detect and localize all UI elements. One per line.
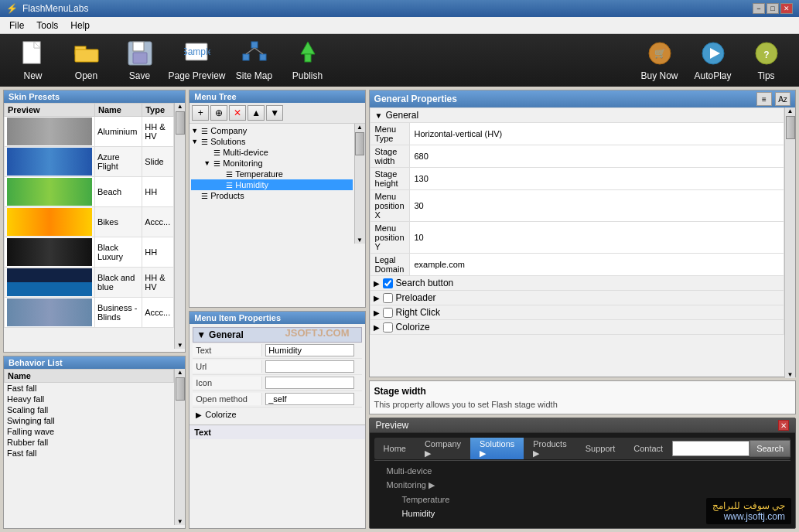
open-label: Open bbox=[75, 70, 97, 81]
new-button[interactable]: New bbox=[8, 37, 58, 84]
open-icon bbox=[73, 39, 101, 67]
gp-checkbox[interactable] bbox=[383, 293, 393, 303]
menu-tree-header: Menu Tree bbox=[190, 90, 364, 103]
menu-item-props-panel: Menu Item Properties ▼ General JSOFTJ.CO… bbox=[189, 311, 365, 529]
props-input[interactable] bbox=[265, 377, 353, 389]
skin-row[interactable]: Beach HH bbox=[5, 177, 174, 207]
gp-row: Legal Domain example.com bbox=[370, 254, 784, 276]
site-map-button[interactable]: Site Map bbox=[229, 37, 279, 84]
skin-row[interactable]: Black Luxury HH bbox=[5, 237, 174, 268]
scroll-up[interactable]: ▲ bbox=[175, 103, 185, 110]
beh-scroll-up[interactable]: ▲ bbox=[175, 369, 185, 376]
tree-scroll-thumb[interactable] bbox=[355, 132, 364, 155]
autoplay-button[interactable]: AutoPlay bbox=[688, 37, 738, 84]
svg-line-13 bbox=[246, 48, 254, 54]
close-button[interactable]: ✕ bbox=[780, 3, 793, 14]
search-button[interactable]: Search bbox=[749, 440, 790, 457]
behavior-scrollbar[interactable]: ▲ ▼ bbox=[174, 369, 185, 525]
dropdown-item[interactable]: Multi-device bbox=[374, 464, 790, 478]
behavior-list-item[interactable]: Falling wave bbox=[4, 426, 174, 437]
menu-help[interactable]: Help bbox=[64, 19, 96, 32]
gp-row-value: Horizontal-vertical (HV) bbox=[409, 123, 784, 145]
gp-list-view[interactable]: ≡ bbox=[756, 92, 772, 106]
save-button[interactable]: Save bbox=[114, 37, 165, 84]
nav-item[interactable]: Home bbox=[374, 438, 415, 459]
skin-scrollbar[interactable]: ▲ ▼ bbox=[174, 103, 185, 349]
gp-checkbox[interactable] bbox=[383, 308, 393, 318]
beh-scroll-down[interactable]: ▼ bbox=[175, 518, 185, 525]
skin-row[interactable]: Bikes Accc... bbox=[5, 207, 174, 237]
props-expand-icon[interactable]: ▼ bbox=[196, 329, 206, 340]
gp-expand-icon[interactable]: ▼ bbox=[375, 111, 383, 120]
tree-item[interactable]: ▼ ☰ Solutions bbox=[191, 136, 352, 147]
gp-expand-btn[interactable]: ▶ bbox=[374, 323, 380, 332]
tree-scroll-down[interactable]: ▼ bbox=[355, 237, 365, 244]
publish-button[interactable]: Publish bbox=[282, 37, 333, 84]
title-bar: ⚡ FlashMenuLabs − □ ✕ bbox=[0, 0, 799, 17]
tree-up-button[interactable]: ▲ bbox=[248, 105, 265, 121]
tips-button[interactable]: ? Tips bbox=[741, 37, 791, 84]
search-input[interactable] bbox=[672, 441, 749, 456]
skin-table: Preview Name Type Aluminium HH & HV Azur… bbox=[4, 103, 174, 328]
behavior-list-item[interactable]: Swinging fall bbox=[4, 415, 174, 426]
preview-close-button[interactable]: ✕ bbox=[778, 420, 789, 431]
behavior-list-item[interactable]: Heavy fall bbox=[4, 394, 174, 404]
gp-checkbox[interactable] bbox=[383, 278, 393, 288]
tree-add-button[interactable]: + bbox=[192, 105, 209, 121]
gp-scroll-up[interactable]: ▲ bbox=[785, 107, 795, 114]
gp-expand-btn[interactable]: ▶ bbox=[374, 309, 380, 317]
skin-row[interactable]: Aluminium HH & HV bbox=[5, 117, 174, 147]
buy-now-button[interactable]: 🛒 Buy Now bbox=[634, 37, 685, 84]
gp-expand-btn[interactable]: ▶ bbox=[374, 294, 380, 302]
gp-checkbox[interactable] bbox=[383, 322, 393, 332]
scroll-thumb[interactable] bbox=[176, 111, 185, 135]
title-bar-controls: − □ ✕ bbox=[753, 3, 793, 14]
tree-scroll-up[interactable]: ▲ bbox=[355, 124, 365, 131]
page-preview-button[interactable]: Sample Page Preview bbox=[168, 37, 226, 84]
nav-item[interactable]: Support bbox=[576, 438, 625, 459]
tree-item[interactable]: ☰ Temperature bbox=[191, 169, 352, 179]
tree-item[interactable]: ☰ Multi-device bbox=[191, 147, 352, 158]
skin-row[interactable]: Black and blue HH & HV bbox=[5, 268, 174, 298]
behavior-list-item[interactable]: Fast fall bbox=[4, 448, 174, 459]
gp-scroll-down[interactable]: ▼ bbox=[785, 371, 795, 378]
tree-scrollbar[interactable]: ▲ ▼ bbox=[354, 124, 365, 244]
nav-item[interactable]: Solutions ▶ bbox=[470, 438, 524, 459]
gp-expandable-row[interactable]: ▶ Right Click bbox=[370, 305, 784, 320]
gp-expandable-row[interactable]: ▶ Preloader bbox=[370, 291, 784, 305]
gp-expandable-row[interactable]: ▶ Search button bbox=[370, 276, 784, 291]
dropdown-item[interactable]: Monitoring ▶ bbox=[374, 478, 790, 493]
props-input[interactable] bbox=[265, 344, 353, 356]
tree-add-sub-button[interactable]: ⊕ bbox=[210, 105, 227, 121]
gp-scroll-thumb[interactable] bbox=[786, 116, 795, 139]
colorize-expand[interactable]: ▶ bbox=[196, 411, 202, 419]
menu-file[interactable]: File bbox=[3, 19, 30, 32]
save-icon bbox=[126, 39, 154, 67]
scroll-down[interactable]: ▼ bbox=[175, 342, 185, 349]
tree-item[interactable]: ☰ Humidity bbox=[191, 179, 352, 190]
behavior-list-item[interactable]: Fast fall bbox=[4, 383, 174, 394]
nav-item[interactable]: Products ▶ bbox=[524, 438, 575, 459]
props-input[interactable] bbox=[265, 393, 353, 405]
nav-item[interactable]: Contact bbox=[624, 438, 672, 459]
skin-row[interactable]: Azure Flight Slide bbox=[5, 147, 174, 177]
tree-down-button[interactable]: ▼ bbox=[266, 105, 283, 121]
tree-item[interactable]: ☰ Products bbox=[191, 190, 352, 201]
props-input[interactable] bbox=[265, 360, 353, 373]
open-button[interactable]: Open bbox=[61, 37, 111, 84]
tree-item[interactable]: ▼ ☰ Company bbox=[191, 125, 352, 136]
gp-scrollbar[interactable]: ▲ ▼ bbox=[784, 107, 795, 378]
minimize-button[interactable]: − bbox=[753, 3, 765, 14]
gp-expandable-row[interactable]: ▶ Colorize bbox=[370, 320, 784, 335]
gp-alpha-view[interactable]: Az bbox=[775, 92, 790, 106]
nav-item[interactable]: Company ▶ bbox=[415, 438, 470, 459]
tree-item[interactable]: ▼ ☰ Monitoring bbox=[191, 158, 352, 169]
gp-expand-btn[interactable]: ▶ bbox=[374, 279, 380, 288]
tree-delete-button[interactable]: ✕ bbox=[229, 105, 246, 121]
behavior-list-item[interactable]: Scaling fall bbox=[4, 404, 174, 415]
menu-tools[interactable]: Tools bbox=[30, 19, 64, 32]
skin-row[interactable]: Business - Blinds Accc... bbox=[5, 298, 174, 328]
beh-scroll-thumb[interactable] bbox=[176, 377, 185, 401]
behavior-list-item[interactable]: Rubber fall bbox=[4, 437, 174, 448]
maximize-button[interactable]: □ bbox=[767, 3, 779, 14]
